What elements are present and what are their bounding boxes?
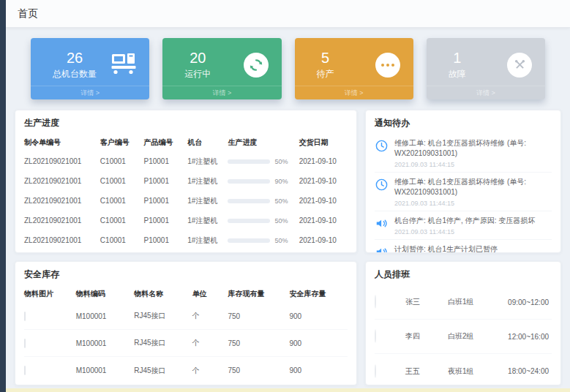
progress-percent: 50 bbox=[274, 158, 288, 165]
table-row: ZL202109021001 C10001 P10001 1#注塑机 90 20… bbox=[24, 171, 348, 191]
notification-text: 机台停产: 机台1停产, 停产原因: 变压器损坏 bbox=[394, 216, 535, 226]
shift-name: 白班2组 bbox=[448, 331, 505, 342]
notification-item[interactable]: 机台停产: 机台1停产, 停产原因: 变压器损坏 2021.09.03 11:4… bbox=[375, 211, 552, 240]
material-code: M100001 bbox=[76, 339, 135, 347]
avatar bbox=[375, 295, 376, 309]
notification-time: 2021.09.03 11:44:15 bbox=[394, 228, 535, 235]
notification-item[interactable]: 维修工单: 机台1变压器损坏待维修 (单号: WX202109031001) 2… bbox=[375, 134, 552, 173]
column-header: 物料图片 bbox=[24, 289, 76, 299]
stock-quantity: 750 bbox=[228, 366, 289, 374]
shift-time: 09:00~12:00 bbox=[505, 298, 552, 306]
progress-cell: 50 bbox=[228, 197, 299, 205]
shift-time: 12:00~16:00 bbox=[505, 333, 552, 341]
stat-value: 5 bbox=[317, 50, 334, 66]
stat-value: 26 bbox=[53, 50, 97, 66]
table-row: ZL202109021001 C10001 P10001 1#注塑机 50 20… bbox=[24, 230, 348, 250]
notification-body: 机台停产: 机台1停产, 停产原因: 变压器损坏 2021.09.03 11:4… bbox=[394, 216, 535, 235]
material-name: RJ45接口 bbox=[134, 366, 192, 376]
column-header: 客户编号 bbox=[100, 137, 144, 148]
notification-item[interactable]: 计划暂停: 机台1生产计划已暂停 2021.09.03 11:44:15 bbox=[375, 240, 552, 253]
product-no: P10001 bbox=[144, 157, 188, 165]
notification-time: 2021.09.03 11:44:15 bbox=[394, 200, 552, 207]
panel-title: 生产进度 bbox=[24, 117, 348, 129]
progress-percent: 50 bbox=[274, 217, 288, 225]
progress-track bbox=[228, 159, 270, 164]
detail-link[interactable]: 详情 > bbox=[427, 86, 545, 99]
progress-percent: 90 bbox=[274, 178, 288, 185]
staff-name: 李四 bbox=[405, 331, 448, 342]
safety-stock-quantity: 900 bbox=[289, 312, 348, 320]
detail-link[interactable]: 详情 > bbox=[162, 86, 281, 99]
panel-title: 人员排班 bbox=[375, 268, 552, 281]
delivery-date: 2021-09-10 bbox=[299, 236, 348, 244]
detail-link[interactable]: 详情 > bbox=[31, 86, 149, 99]
shift-name: 白班1组 bbox=[448, 297, 505, 307]
stat-label: 待产 bbox=[317, 68, 334, 80]
stat-card-main: 26 总机台数量 bbox=[53, 50, 97, 80]
panel-title: 通知待办 bbox=[375, 117, 552, 129]
material-code: M100001 bbox=[76, 312, 135, 320]
product-no: P10001 bbox=[144, 177, 188, 185]
column-header: 物料名称 bbox=[134, 289, 192, 299]
speaker-icon bbox=[375, 216, 389, 230]
table-row: ZL202109021001 C10001 P10001 1#注塑机 50 20… bbox=[24, 151, 348, 171]
column-header: 单位 bbox=[192, 289, 228, 299]
stat-card-fault[interactable]: 1 故障 详情 > bbox=[427, 38, 545, 99]
customer-no: C10001 bbox=[100, 177, 144, 185]
machine: 1#注塑机 bbox=[187, 235, 228, 246]
machine-icon bbox=[111, 53, 136, 78]
material-name: RJ45接口 bbox=[134, 311, 192, 321]
schedule-row: 张三 白班1组 09:00~12:00 bbox=[375, 285, 552, 320]
material-name: RJ45接口 bbox=[134, 338, 192, 348]
delivery-date: 2021-09-10 bbox=[299, 157, 348, 165]
column-header: 库存现有量 bbox=[228, 289, 289, 299]
notifications-panel: 通知待办 维修工单: 机台1变压器损坏待维修 (单号: WX2021090310… bbox=[365, 110, 561, 253]
notification-body: 计划暂停: 机台1生产计划已暂停 2021.09.03 11:44:15 bbox=[394, 244, 498, 253]
detail-link[interactable]: 详情 > bbox=[295, 86, 413, 99]
notification-item[interactable]: 维修工单: 机台1变压器损坏待维修 (单号: WX202109031001) 2… bbox=[375, 173, 552, 211]
stat-card-total-machines[interactable]: 26 总机台数量 bbox=[31, 38, 149, 99]
progress-track bbox=[228, 179, 270, 184]
column-header: 制令单编号 bbox=[24, 137, 100, 148]
progress-track bbox=[228, 238, 270, 243]
stat-card-main: 20 运行中 bbox=[184, 50, 211, 80]
staff-schedule-panel: 人员排班 张三 白班1组 09:00~12:00 李四 白班2组 12:00~1… bbox=[365, 261, 561, 385]
notification-text: 维修工单: 机台1变压器损坏待维修 (单号: WX202109031001) bbox=[394, 138, 552, 159]
schedule-row: 李四 白班2组 12:00~16:00 bbox=[375, 320, 552, 354]
column-header: 交货日期 bbox=[299, 137, 348, 148]
machine: 1#注塑机 bbox=[187, 157, 228, 167]
column-header: 机台 bbox=[187, 137, 228, 148]
column-header: 安全库存量 bbox=[289, 289, 348, 299]
bottom-edge-strip bbox=[6, 388, 570, 392]
notification-time: 2021.09.03 11:44:15 bbox=[394, 161, 552, 168]
top-header: 首页 bbox=[6, 0, 570, 28]
panel-title: 安全库存 bbox=[24, 268, 348, 281]
stat-card-running[interactable]: 20 运行中 详情 > bbox=[162, 38, 281, 99]
table-row: M100001 RJ45接口 个 750 900 bbox=[24, 330, 348, 357]
pending-icon bbox=[375, 53, 400, 78]
stock-quantity: 750 bbox=[228, 339, 289, 347]
column-header: 物料编码 bbox=[76, 289, 135, 299]
avatar bbox=[375, 329, 376, 343]
stat-card-pending[interactable]: 5 待产 详情 > bbox=[295, 38, 413, 99]
machine: 1#注塑机 bbox=[187, 176, 228, 186]
delivery-date: 2021-09-10 bbox=[299, 197, 348, 205]
notification-body: 维修工单: 机台1变压器损坏待维修 (单号: WX202109031001) 2… bbox=[394, 138, 552, 168]
stat-value: 20 bbox=[184, 50, 211, 66]
material-unit: 个 bbox=[192, 338, 228, 348]
clock-icon bbox=[375, 139, 389, 153]
customer-no: C10001 bbox=[100, 236, 144, 244]
table-row: ZL202109021001 C10001 P10001 1#注塑机 50 20… bbox=[24, 211, 348, 230]
shift-time: 18:00~24:00 bbox=[505, 367, 552, 375]
product-no: P10001 bbox=[144, 197, 188, 205]
fault-icon bbox=[507, 53, 532, 78]
progress-track bbox=[228, 199, 270, 203]
notification-body: 维修工单: 机台1变压器损坏待维修 (单号: WX202109031001) 2… bbox=[394, 177, 552, 207]
stock-quantity: 750 bbox=[228, 312, 289, 320]
machine: 1#注塑机 bbox=[187, 216, 228, 226]
speaker-icon bbox=[375, 245, 389, 253]
production-progress-panel: 生产进度 制令单编号 客户编号 产品编号 机台 生产进度 交货日期 ZL2021… bbox=[15, 110, 357, 253]
safety-stock-quantity: 900 bbox=[289, 366, 348, 374]
table-row: ZL202109021001 C10001 P10001 1#注塑机 50 20… bbox=[24, 191, 348, 211]
progress-cell: 50 bbox=[228, 217, 299, 225]
